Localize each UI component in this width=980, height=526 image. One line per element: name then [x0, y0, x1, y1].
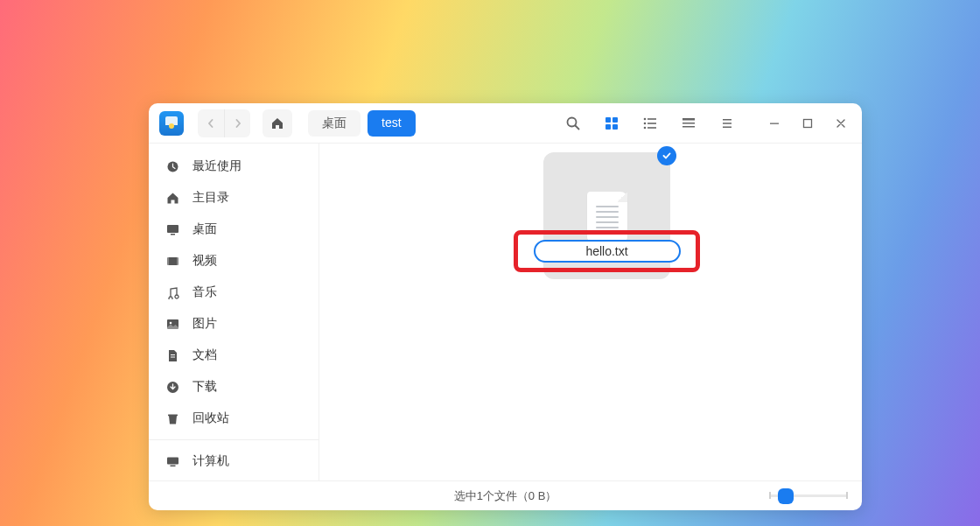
svg-rect-25 [177, 257, 178, 265]
svg-rect-4 [606, 124, 611, 130]
zoom-slider[interactable] [769, 494, 848, 497]
svg-rect-31 [168, 414, 178, 416]
music-icon [164, 286, 180, 299]
svg-point-6 [644, 117, 647, 120]
detail-view-button[interactable] [678, 113, 699, 134]
zoom-track [769, 494, 848, 497]
svg-rect-7 [648, 118, 656, 120]
sidebar-item-label: 回收站 [192, 410, 229, 426]
sidebar-item-pictures[interactable]: 图片 [149, 308, 318, 340]
svg-rect-12 [682, 118, 695, 121]
svg-line-1 [576, 125, 579, 129]
close-icon [836, 118, 846, 129]
sidebar-divider [149, 439, 318, 440]
titlebar: 桌面 test [149, 103, 862, 144]
svg-rect-3 [612, 117, 618, 123]
sidebar-item-recent[interactable]: 最近使用 [149, 151, 318, 182]
sidebar-item-trash[interactable]: 回收站 [149, 403, 318, 434]
svg-rect-19 [804, 119, 812, 127]
rename-input[interactable] [534, 240, 681, 263]
sidebar: 最近使用 主目录 桌面 视频 音乐 图片 [149, 144, 319, 480]
trash-icon [164, 412, 180, 425]
content-area[interactable] [319, 144, 862, 480]
svg-rect-29 [171, 356, 175, 357]
svg-rect-2 [606, 117, 611, 123]
svg-rect-28 [171, 354, 175, 355]
computer-icon [164, 455, 180, 468]
svg-rect-16 [723, 123, 732, 124]
svg-rect-32 [167, 457, 178, 464]
svg-rect-5 [612, 124, 618, 130]
sidebar-item-label: 主目录 [192, 190, 229, 206]
titlebar-right [563, 113, 851, 134]
home-icon [270, 116, 284, 130]
window-controls [764, 113, 851, 134]
svg-point-8 [644, 122, 647, 124]
maximize-icon [802, 118, 813, 129]
home-icon [164, 192, 180, 205]
sidebar-item-label: 计算机 [192, 453, 229, 469]
breadcrumb-test[interactable]: test [368, 110, 416, 137]
sidebar-item-videos[interactable]: 视频 [149, 245, 318, 277]
desktop-icon [164, 223, 180, 236]
sidebar-item-documents[interactable]: 文档 [149, 340, 318, 371]
list-view-button[interactable] [640, 113, 661, 134]
home-button[interactable] [262, 109, 292, 137]
svg-rect-14 [682, 126, 695, 128]
minimize-icon [769, 118, 780, 129]
nav-arrows [198, 109, 250, 137]
icon-view-button[interactable] [601, 113, 622, 134]
sidebar-item-music[interactable]: 音乐 [149, 277, 318, 308]
search-button[interactable] [563, 113, 584, 134]
svg-rect-33 [170, 465, 175, 466]
selected-badge [657, 146, 676, 165]
app-icon [159, 111, 184, 136]
hamburger-icon [721, 117, 733, 130]
file-manager-window: 桌面 test [149, 103, 862, 510]
svg-point-27 [169, 321, 172, 324]
svg-rect-21 [167, 225, 178, 233]
sidebar-item-label: 下载 [192, 379, 217, 395]
chevron-right-icon [234, 119, 242, 128]
svg-rect-13 [682, 123, 695, 124]
sidebar-item-label: 文档 [192, 347, 217, 363]
sidebar-item-label: 桌面 [192, 221, 217, 237]
download-icon [164, 381, 180, 394]
svg-rect-9 [648, 123, 656, 124]
sidebar-item-label: 图片 [192, 316, 217, 332]
sidebar-item-label: 音乐 [192, 284, 217, 300]
back-button[interactable] [198, 109, 224, 137]
svg-rect-24 [167, 257, 169, 265]
sidebar-item-home[interactable]: 主目录 [149, 182, 318, 214]
check-icon [662, 151, 672, 161]
zoom-thumb[interactable] [778, 488, 794, 504]
search-icon [565, 116, 581, 131]
list-icon [643, 116, 657, 130]
sidebar-item-label: 最近使用 [192, 158, 242, 174]
clock-icon [164, 160, 180, 173]
sidebar-item-computer[interactable]: 计算机 [149, 445, 318, 477]
document-icon [164, 349, 180, 362]
svg-rect-18 [770, 123, 779, 123]
sidebar-item-label: 视频 [192, 253, 217, 269]
breadcrumb-desktop[interactable]: 桌面 [308, 110, 360, 137]
svg-rect-22 [171, 234, 175, 235]
image-icon [164, 318, 180, 331]
close-button[interactable] [830, 113, 851, 134]
svg-point-10 [644, 126, 647, 129]
chevron-left-icon [206, 119, 215, 128]
grid-icon [605, 116, 619, 130]
sidebar-item-desktop[interactable]: 桌面 [149, 214, 318, 245]
status-text: 选中1个文件（0 B） [454, 488, 557, 504]
menu-button[interactable] [717, 113, 738, 134]
body-area: 最近使用 主目录 桌面 视频 音乐 图片 [149, 144, 862, 480]
sidebar-item-downloads[interactable]: 下载 [149, 371, 318, 403]
video-icon [164, 255, 180, 268]
minimize-button[interactable] [764, 113, 785, 134]
maximize-button[interactable] [797, 113, 818, 134]
rename-highlight [514, 230, 700, 272]
breadcrumb: 桌面 test [308, 110, 416, 137]
status-bar: 选中1个文件（0 B） [149, 480, 862, 510]
svg-rect-17 [723, 126, 732, 128]
forward-button[interactable] [224, 109, 250, 137]
